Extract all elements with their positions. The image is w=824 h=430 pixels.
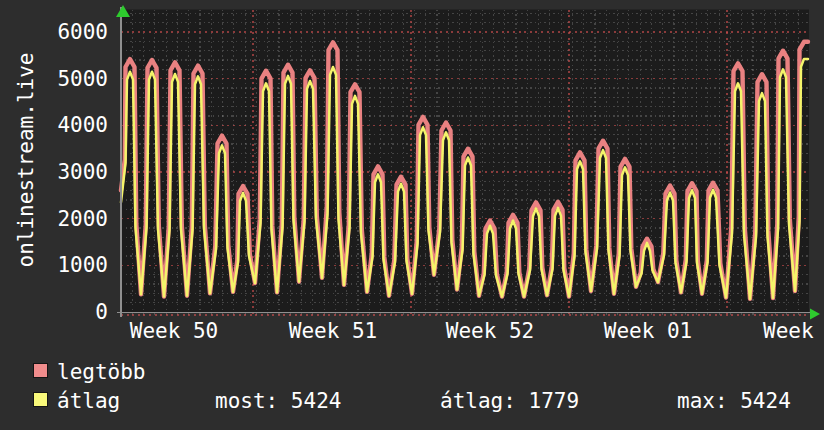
y-tick-label: 0: [30, 299, 108, 325]
legend-swatch-legtobb: [33, 363, 48, 378]
y-tick-label: 5000: [30, 66, 108, 92]
legend-stat: max: 5424: [677, 390, 791, 412]
y-tick-label: 3000: [30, 159, 108, 185]
y-tick-label: 6000: [30, 19, 108, 45]
legend-swatch-atlag: [33, 392, 48, 407]
legend-stat: átlag: 1779: [440, 390, 579, 412]
x-tick-label: Week 50: [130, 319, 219, 343]
legend-label: átlag: [57, 390, 120, 412]
legend-stat: most: 5424: [215, 390, 341, 412]
graph-window: onlinestream.live 0100020003000400050006…: [0, 0, 824, 430]
y-tick-label: 2000: [30, 206, 108, 232]
x-axis-arrow-icon: [810, 309, 820, 320]
y-tick-label: 1000: [30, 252, 108, 278]
legend-label: legtöbb: [57, 361, 146, 383]
x-tick-label: Week 51: [289, 319, 378, 343]
y-tick-label: 4000: [30, 112, 108, 138]
x-tick-label: Week 01: [604, 319, 693, 343]
x-tick-label: Week: [763, 319, 814, 343]
x-tick-label: Week 52: [446, 319, 535, 343]
